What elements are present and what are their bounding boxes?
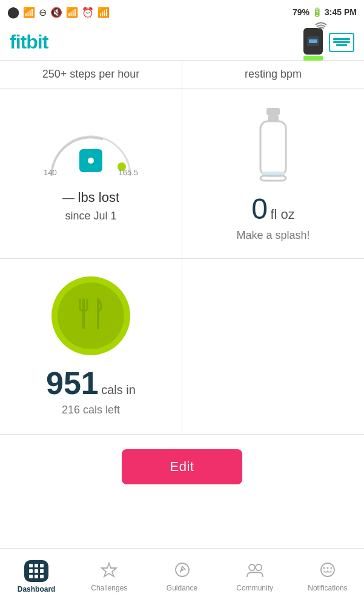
edit-button[interactable]: Edit [122, 449, 243, 484]
food-circle [51, 276, 130, 355]
nav-item-challenges[interactable]: Challenges [73, 549, 145, 605]
status-bar: ⬤ 📶 ⊖ 🔇 📶 ⏰ 📶 79% 🔋 3:45 PM [0, 0, 364, 24]
fork-knife-icon [73, 295, 109, 337]
svg-rect-2 [260, 121, 286, 176]
water-tagline: Make a splash! [236, 229, 309, 242]
svg-point-18 [326, 567, 328, 569]
nav-label-notifications: Notifications [308, 584, 347, 592]
stats-header-row: 250+ steps per hour resting bpm [0, 61, 364, 89]
challenges-icon [101, 561, 117, 581]
food-cals-text: 951 cals in 216 cals left [46, 365, 136, 416]
profile-card-button[interactable] [329, 33, 354, 52]
water-amount: 0 [251, 193, 268, 225]
food-unit: cals in [101, 383, 136, 396]
svg-point-13 [181, 569, 184, 571]
edit-row: Edit [0, 435, 364, 499]
weight-dash: — [62, 191, 78, 204]
svg-rect-3 [262, 172, 285, 175]
svg-point-15 [256, 564, 262, 570]
weight-main-text: — lbs lost since Jul 1 [62, 189, 119, 224]
profile-line-3 [336, 44, 347, 46]
bottom-nav: Dashboard Challenges Guidance [0, 548, 364, 605]
guidance-icon [174, 561, 191, 581]
nav-label-challenges: Challenges [91, 584, 127, 592]
battery-percent: 79% [293, 7, 309, 17]
weight-since-label: since Jul 1 [65, 210, 116, 222]
nav-label-guidance: Guidance [167, 584, 197, 592]
profile-line-2 [333, 41, 350, 43]
community-icon [246, 561, 264, 581]
water-bottle-svg [252, 105, 294, 190]
dashboard-icon [29, 564, 44, 578]
svg-marker-9 [102, 563, 116, 577]
water-unit: fl oz [270, 207, 294, 222]
ring-icon: ⬤ [7, 5, 19, 19]
food-cell[interactable]: 951 cals in 216 cals left [0, 259, 182, 434]
food-circle-inner [58, 282, 124, 349]
resting-bpm-label: resting bpm [182, 61, 364, 88]
wifi-signal-icon [314, 22, 328, 32]
weight-cell[interactable]: 140 165.5 — lbs lost since Jul 1 [0, 89, 182, 258]
nav-label-dashboard: Dashboard [18, 585, 56, 593]
profile-line-1 [333, 38, 350, 40]
weight-min-label: 140 [44, 168, 57, 177]
weight-unit-label: lbs lost [78, 190, 119, 205]
fitbit-logo: fitbit [10, 31, 48, 53]
notifications-icon [319, 561, 336, 581]
fitbit-device-icon [303, 28, 323, 55]
svg-point-16 [321, 563, 334, 577]
nav-item-guidance[interactable]: Guidance [145, 549, 218, 605]
food-remaining: 216 cals left [46, 404, 136, 416]
water-stats: 0 fl oz Make a splash! [236, 192, 309, 242]
device-status [303, 24, 323, 61]
svg-point-19 [330, 567, 332, 569]
nav-item-community[interactable]: Community [219, 549, 291, 605]
stop-icon: ⊖ [39, 7, 47, 18]
battery-icon: 🔋 [312, 7, 322, 17]
grid-row-1: 140 165.5 — lbs lost since Jul 1 [0, 89, 364, 259]
svg-rect-0 [266, 108, 280, 115]
main-grid: 140 165.5 — lbs lost since Jul 1 [0, 89, 364, 435]
svg-rect-4 [260, 176, 286, 181]
header-right [303, 24, 354, 61]
weight-scale-icon [79, 149, 102, 172]
svg-point-17 [323, 567, 325, 569]
nav-item-notifications[interactable]: Notifications [291, 549, 364, 605]
svg-point-14 [249, 564, 255, 570]
water-cell[interactable]: 0 fl oz Make a splash! [182, 89, 364, 258]
steps-per-hour-label: 250+ steps per hour [0, 61, 182, 88]
status-left: ⬤ 📶 ⊖ 🔇 📶 ⏰ 📶 [7, 5, 110, 19]
app-header: fitbit [0, 24, 364, 61]
mute-icon: 🔇 [50, 7, 62, 18]
clock-time: 3:45 PM [325, 7, 357, 17]
grid-row-2: 951 cals in 216 cals left [0, 259, 364, 435]
wifi-icon: 📶 [66, 7, 78, 18]
nav-label-community: Community [236, 584, 273, 592]
empty-cell [182, 259, 364, 434]
food-calories: 951 [46, 366, 99, 401]
dashboard-icon-bg [24, 560, 48, 582]
alarm-icon: ⏰ [82, 7, 94, 18]
weight-max-label: 165.5 [118, 168, 138, 177]
status-right: 79% 🔋 3:45 PM [293, 7, 357, 17]
weight-arc-container: 140 165.5 [42, 122, 139, 177]
nav-item-dashboard[interactable]: Dashboard [0, 549, 73, 605]
bluetooth-icon: 📶 [23, 7, 35, 18]
signal-icon: 📶 [98, 7, 110, 18]
device-battery-indicator [303, 56, 323, 61]
